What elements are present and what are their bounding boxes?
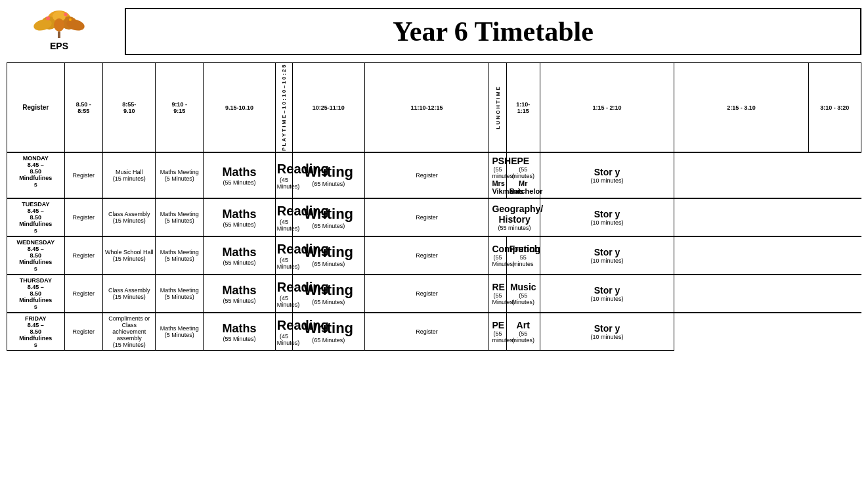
friday-855: Maths Meeting(5 Minutes) xyxy=(156,313,204,351)
playtime-column-header: P L A Y T I M E – 1 0 : 1 0 – 1 0 : 2 5 xyxy=(275,63,292,153)
col-header-910: 9:10 -9:15 xyxy=(156,63,204,153)
thursday-maths: Maths(55 Minutes) xyxy=(204,275,276,313)
wednesday-story: Stor y(10 minutes) xyxy=(540,236,674,275)
thursday-reading: Reading(45 Minutes) xyxy=(275,275,292,313)
tuesday-850: Class Assembly(15 Minutes) xyxy=(103,198,156,236)
lunchtime-column-header: L U N C H T I M E xyxy=(489,63,506,153)
col-header-215: 2:15 - 3.10 xyxy=(674,63,808,153)
wednesday-855: Maths Meeting(5 Minutes) xyxy=(156,236,204,275)
tuesday-day-cell: TUESDAY8.45 –8.50Mindfuliness xyxy=(7,198,65,236)
col-header-915: 9.15-10.10 xyxy=(204,63,276,153)
col-header-1110: 11:10-12:15 xyxy=(364,63,489,153)
wednesday-850: Whole School Hall(15 Minutes) xyxy=(103,236,156,275)
wednesday-reading: Reading(45 Minutes) xyxy=(275,236,292,275)
tuesday-maths: Maths(55 Minutes) xyxy=(204,198,276,236)
wednesday-maths: Maths(55 Minutes) xyxy=(204,236,276,275)
friday-maths: Maths(55 Minutes) xyxy=(204,313,276,351)
thursday-110: Register xyxy=(364,275,489,313)
timetable: Register 8.50 -8:55 8:55-9.10 9:10 -9:15… xyxy=(7,62,861,351)
friday-115: PE(55 minutes) xyxy=(489,313,506,351)
monday-row: MONDAY8.45 –8.50Mindfuliness Register Mu… xyxy=(7,152,861,198)
monday-day-cell: MONDAY8.45 –8.50Mindfuliness xyxy=(7,152,65,198)
friday-story: Stor y(10 minutes) xyxy=(540,313,674,351)
monday-maths: Maths(55 Minutes) xyxy=(204,152,276,198)
eps-logo: EPS xyxy=(30,7,89,56)
page: EPS Year 6 Timetable Register 8.50 -8:55… xyxy=(0,0,868,488)
svg-point-9 xyxy=(46,16,50,20)
tuesday-115: Geography/History(55 minutes) xyxy=(489,198,540,236)
svg-text:EPS: EPS xyxy=(50,41,68,51)
logo-area: EPS xyxy=(7,7,112,56)
thursday-855: Maths Meeting(5 Minutes) xyxy=(156,275,204,313)
col-header-register: Register xyxy=(7,63,65,153)
monday-850: Music Hall(15 minutes) xyxy=(103,152,156,198)
tuesday-story: Stor y(10 minutes) xyxy=(540,198,674,236)
friday-row: FRIDAY8.45 –8.50Mindfuliness Register Co… xyxy=(7,313,861,351)
friday-215: Art(55 minutes) xyxy=(506,313,540,351)
friday-110: Register xyxy=(364,313,489,351)
monday-115: PSHE(55 minutes)Mrs Vikmanis xyxy=(489,152,506,198)
wednesday-row: WEDNESDAY8.45 –8.50Mindfuliness Register… xyxy=(7,236,861,275)
thursday-register: Register xyxy=(64,275,102,313)
svg-rect-7 xyxy=(58,32,60,38)
wednesday-215: French55 minutes xyxy=(506,236,540,275)
monday-writing: Writing(65 Minutes) xyxy=(293,152,365,198)
header: EPS Year 6 Timetable xyxy=(7,7,861,56)
tuesday-855: Maths Meeting(5 Minutes) xyxy=(156,198,204,236)
tuesday-reading: Reading(45 Minutes) xyxy=(275,198,292,236)
thursday-day-cell: THURSDAY8.45 –8.50Mindfuliness xyxy=(7,275,65,313)
col-header-115: 1:15 - 2:10 xyxy=(540,63,674,153)
col-header-1025: 10:25-11:10 xyxy=(293,63,365,153)
thursday-row: THURSDAY8.45 –8.50Mindfuliness Register … xyxy=(7,275,861,313)
col-header-110: 1:10-1:15 xyxy=(506,63,540,153)
thursday-215: Music(55 Minutes) xyxy=(506,275,540,313)
wednesday-115: Computing(55 Minutes) xyxy=(489,236,506,275)
svg-point-11 xyxy=(69,18,72,21)
svg-point-10 xyxy=(64,13,68,16)
wednesday-110: Register xyxy=(364,236,489,275)
page-title: Year 6 Timetable xyxy=(393,16,594,47)
tuesday-register: Register xyxy=(64,198,102,236)
col-header-855: 8:55-9.10 xyxy=(103,63,156,153)
monday-110: Register xyxy=(364,152,489,198)
monday-855: Maths Meeting(5 Minutes) xyxy=(156,152,204,198)
tuesday-110: Register xyxy=(364,198,489,236)
thursday-story: Stor y(10 minutes) xyxy=(540,275,674,313)
wednesday-register: Register xyxy=(64,236,102,275)
monday-story: Stor y(10 minutes) xyxy=(540,152,674,198)
col-header-850: 8.50 -8:55 xyxy=(64,63,102,153)
monday-reading: Reading(45 Minutes) xyxy=(275,152,292,198)
friday-reading: Reading(45 Minutes) xyxy=(275,313,292,351)
friday-850: Compliments or Class achievement assembl… xyxy=(103,313,156,351)
title-box: Year 6 Timetable xyxy=(125,8,861,55)
friday-register: Register xyxy=(64,313,102,351)
wednesday-day-cell: WEDNESDAY8.45 –8.50Mindfuliness xyxy=(7,236,65,275)
svg-point-6 xyxy=(54,18,64,32)
thursday-115: RE(55 Minutes) xyxy=(489,275,506,313)
monday-register: Register xyxy=(64,152,102,198)
tuesday-row: TUESDAY8.45 –8.50Mindfuliness Register C… xyxy=(7,198,861,236)
col-header-310: 3:10 - 3:20 xyxy=(808,63,861,153)
thursday-850: Class Assembly(15 Minutes) xyxy=(103,275,156,313)
header-row: Register 8.50 -8:55 8:55-9.10 9:10 -9:15… xyxy=(7,63,861,153)
friday-day-cell: FRIDAY8.45 –8.50Mindfuliness xyxy=(7,313,65,351)
